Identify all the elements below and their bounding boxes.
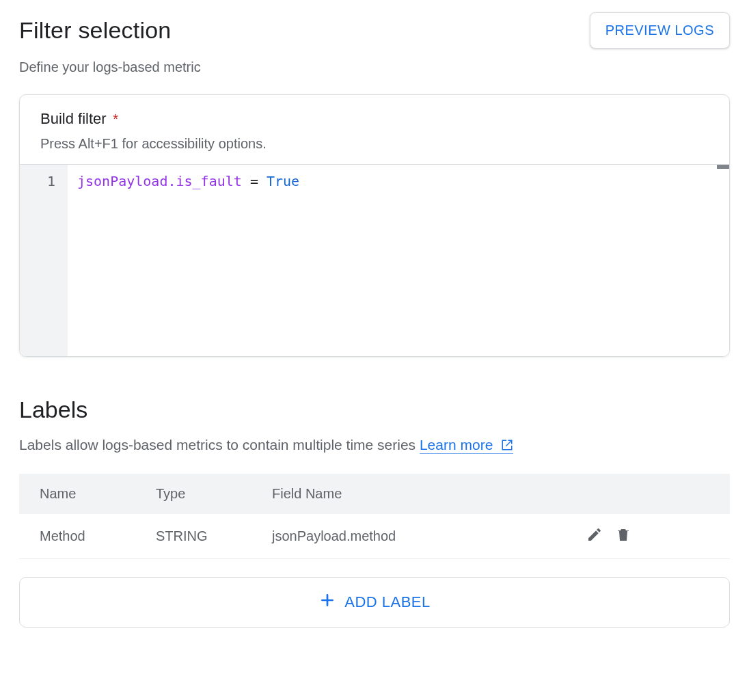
col-type: Type: [135, 474, 251, 514]
edit-icon[interactable]: [586, 526, 603, 546]
line-gutter: 1: [20, 165, 68, 356]
add-label-button[interactable]: ADD LABEL: [19, 577, 730, 628]
add-label-text: ADD LABEL: [344, 593, 431, 611]
build-filter-hint: Press Alt+F1 for accessibility options.: [40, 136, 709, 152]
delete-icon[interactable]: [615, 526, 631, 546]
build-filter-card: Build filter * Press Alt+F1 for accessib…: [19, 94, 730, 357]
required-star: *: [113, 111, 118, 126]
learn-more-text: Learn more: [420, 437, 493, 453]
filter-code-editor[interactable]: 1 jsonPayload.is_fault = True: [20, 165, 729, 356]
cell-name: Method: [19, 514, 135, 559]
cell-type: STRING: [135, 514, 251, 559]
token-operator: =: [250, 173, 258, 189]
learn-more-link[interactable]: Learn more: [420, 437, 513, 454]
labels-description-text: Labels allow logs-based metrics to conta…: [19, 437, 420, 453]
filter-selection-title: Filter selection: [19, 17, 171, 44]
cell-field: jsonPayload.method: [251, 514, 566, 559]
col-name: Name: [19, 474, 135, 514]
table-row: Method STRING jsonPayload.method: [19, 514, 730, 559]
labels-table-header-row: Name Type Field Name: [19, 474, 730, 514]
external-link-icon: [501, 438, 513, 455]
labels-table: Name Type Field Name Method STRING jsonP…: [19, 474, 730, 559]
labels-description: Labels allow logs-based metrics to conta…: [19, 437, 730, 455]
filter-subtitle: Define your logs-based metric: [19, 59, 730, 75]
col-field: Field Name: [251, 474, 566, 514]
build-filter-label: Build filter: [40, 110, 107, 127]
plus-icon: [318, 591, 336, 613]
labels-heading: Labels: [19, 396, 730, 423]
scroll-indicator: [717, 165, 729, 169]
line-number: 1: [47, 173, 55, 189]
token-value: True: [267, 173, 299, 189]
code-content[interactable]: jsonPayload.is_fault = True: [68, 165, 729, 356]
preview-logs-button[interactable]: PREVIEW LOGS: [590, 12, 730, 49]
token-key: jsonPayload.is_fault: [77, 173, 242, 189]
